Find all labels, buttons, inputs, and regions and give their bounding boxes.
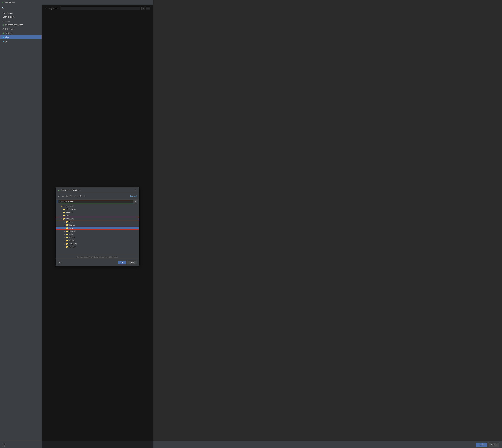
title-bar: ▲ New Project [0, 0, 153, 5]
chevron-icon: › [64, 234, 65, 235]
modal-overlay: ▲ Select Flutter SDK Path ✕ ⌂ ▭ [42, 5, 153, 448]
folder-icon: 📁 [63, 211, 65, 213]
folder-icon: 📁 [63, 218, 65, 220]
tree-item-dart-lec[interactable]: › 📁 dart_lec [56, 224, 139, 226]
chevron-icon: › [61, 208, 63, 210]
folder-icon: 📁 [66, 233, 68, 235]
search-icon: 🔍 [2, 7, 4, 9]
tree-item-html-lec[interactable]: › 📁 html_lec [56, 236, 139, 239]
modal-footer: ? OK Cancel [56, 259, 139, 266]
toolbar-desktop-button[interactable]: ▭ [61, 194, 64, 198]
modal-cancel-button[interactable]: Cancel [127, 260, 137, 264]
chevron-icon: › [61, 212, 63, 213]
tree-item-project1[interactable]: › 📁 project1 [56, 239, 139, 242]
tree-item-students[interactable]: › 📁 students [56, 211, 139, 214]
chevron-icon: › [64, 227, 65, 229]
tree-item-tools[interactable]: › 📁 tools [56, 214, 139, 217]
content-area: Flutter SDK path: ▾ … ▲ Select Flutter S… [42, 5, 153, 448]
sidebar-item-empty-project[interactable]: Empty Project [0, 15, 42, 19]
modal-title-icon: ▲ [58, 189, 60, 191]
folder-icon: 📁 [63, 208, 65, 210]
dart-icon: ● [3, 40, 4, 43]
modal-title-text: Select Flutter SDK Path [61, 189, 134, 191]
folder-icon: 📁 [66, 221, 68, 223]
sidebar-item-flutter[interactable]: ◀ Flutter [0, 35, 42, 39]
folder-icon: 📁 [66, 227, 68, 229]
tree-item-spring-lec[interactable]: › 📁 Spring_lec [56, 242, 139, 245]
select-sdk-path-dialog: ▲ Select Flutter SDK Path ✕ ⌂ ▭ [56, 187, 139, 266]
folder-icon: 📁 [66, 224, 68, 226]
sidebar-item-new-project[interactable]: New Project [0, 11, 42, 15]
app-icon: ▲ [2, 1, 4, 4]
chevron-icon: › [64, 243, 65, 245]
chevron-icon: › [64, 237, 65, 238]
tree-item-idea[interactable]: › 📁 .idea [56, 220, 139, 224]
compose-icon: ◈ [3, 24, 4, 26]
chevron-icon: › [64, 240, 65, 241]
modal-path-row: ▾ [56, 199, 139, 204]
folder-icon: 📁 [60, 205, 63, 207]
sidebar-item-dart[interactable]: ● Dart [0, 39, 42, 43]
chevron-icon: › [64, 221, 65, 223]
ide-plugin-icon: ⊡ [3, 28, 4, 30]
sidebar-item-android[interactable]: ▲ Android [0, 31, 42, 35]
hide-path-button[interactable]: Hide path [130, 195, 137, 197]
folder-icon: 📁 [66, 246, 68, 248]
chevron-icon: › [61, 215, 63, 216]
drag-drop-hint: Drag and drop a file into the space abov… [56, 255, 139, 259]
folder-icon: 📁 [66, 230, 68, 232]
toolbar-delete-button[interactable]: ✕ [74, 194, 77, 198]
folder-icon: 📁 [66, 237, 68, 239]
chevron-icon: › [64, 230, 65, 232]
toolbar-new-folder-button[interactable]: + [69, 195, 73, 197]
folder-icon: 📁 [66, 243, 68, 245]
main-layout: 🔍 New Project Empty Project Generators ◈… [0, 5, 153, 448]
modal-toolbar: ⌂ ▭ + ✕ ↻ [56, 193, 139, 199]
android-icon: ▲ [3, 32, 5, 34]
chevron-down-icon: ∨ [61, 218, 63, 220]
toolbar-link-button[interactable] [83, 194, 86, 197]
window-title: New Project [5, 1, 15, 3]
sidebar-item-compose[interactable]: ◈ Compose for Desktop [0, 23, 42, 27]
tree-item-program-files[interactable]: › 📁 Program Files [56, 205, 139, 208]
folder-icon: 📁 [63, 214, 65, 217]
modal-path-dropdown-button[interactable]: ▾ [134, 200, 137, 203]
toolbar-refresh-button[interactable]: ↻ [79, 194, 82, 198]
tree-item-flutter[interactable]: › 📁 flutter [56, 226, 139, 230]
tree-item-steam-library[interactable]: › 📁 SteamLibrary [56, 208, 139, 211]
toolbar-separator [78, 195, 78, 197]
tree-item-git-lec[interactable]: › 📁 git_lec [56, 233, 139, 236]
modal-ok-button[interactable]: OK [118, 261, 126, 264]
chevron-icon: › [64, 224, 65, 226]
modal-path-input[interactable] [58, 200, 133, 203]
toolbar-folder-button[interactable] [65, 195, 68, 197]
modal-close-button[interactable]: ✕ [134, 189, 137, 192]
flutter-icon: ◀ [3, 36, 4, 38]
tree-item-templates[interactable]: › 📁 templates [56, 245, 139, 249]
chevron-icon: › [64, 246, 65, 248]
folder-icon: 📁 [66, 240, 68, 242]
file-tree: › 📁 Program Files › 📁 SteamLibrary › 📁 [56, 204, 139, 255]
modal-help-button[interactable]: ? [58, 261, 61, 264]
toolbar-home-button[interactable]: ⌂ [58, 194, 60, 198]
modal-title-bar: ▲ Select Flutter SDK Path ✕ [56, 188, 139, 193]
tree-item-flutter-lec[interactable]: › 📁 flutter_lec [56, 230, 139, 233]
generators-section-label: Generators [0, 19, 42, 23]
sidebar-item-ide-plugin[interactable]: ⊡ IDE Plugin [0, 27, 42, 31]
sidebar: 🔍 New Project Empty Project Generators ◈… [0, 5, 42, 448]
sidebar-search-row: 🔍 [0, 6, 42, 10]
chevron-icon: › [58, 205, 60, 207]
svg-text:+: + [71, 196, 72, 197]
tree-item-workspace[interactable]: ∨ 📁 workspace [56, 217, 139, 220]
bottom-help-button[interactable]: ? [3, 443, 6, 447]
